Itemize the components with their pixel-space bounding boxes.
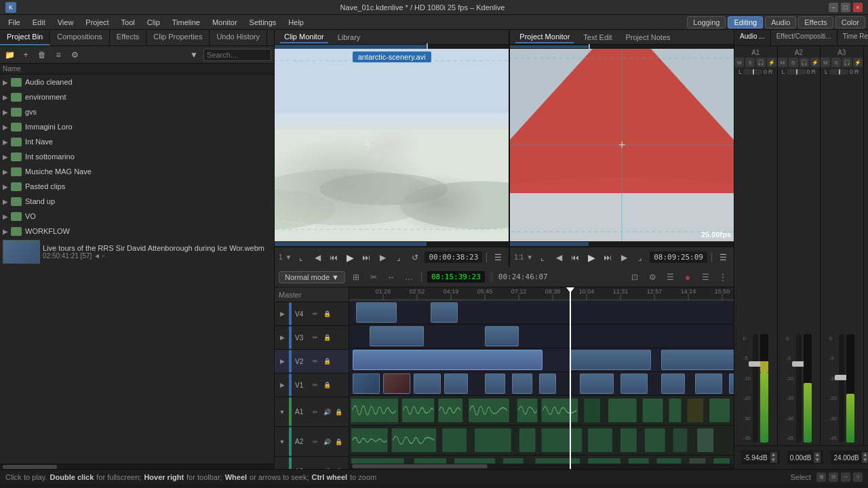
track-expand-a3[interactable]: ▼ bbox=[277, 467, 287, 470]
menu-clip[interactable]: Clip bbox=[142, 17, 165, 28]
track-lock-v4[interactable]: 🔒 bbox=[322, 309, 332, 319]
tab-project-notes[interactable]: Project Notes bbox=[622, 32, 675, 43]
headphone-a2[interactable]: 🎧 bbox=[800, 58, 809, 67]
mode-audio[interactable]: Audio bbox=[765, 16, 796, 28]
clip-v2-1[interactable] bbox=[353, 350, 542, 370]
play-btn[interactable]: ▶ bbox=[343, 251, 357, 264]
bin-view-toggle[interactable]: ≡ bbox=[52, 48, 65, 62]
mute-a3[interactable]: M bbox=[821, 58, 830, 67]
in-point-btn[interactable]: ⌞ bbox=[294, 251, 308, 264]
bin-item-environment[interactable]: ▶ environment bbox=[0, 89, 274, 104]
status-btn2[interactable]: ⊟ bbox=[829, 472, 838, 482]
clip-monitor-view[interactable]: antarctic-scenery.avi + bbox=[275, 49, 509, 241]
solo-a2[interactable]: S bbox=[789, 58, 798, 67]
playhead[interactable] bbox=[570, 287, 571, 469]
solo-a3[interactable]: S bbox=[831, 58, 841, 67]
menu-edit[interactable]: Edit bbox=[27, 17, 51, 28]
search-input[interactable] bbox=[203, 49, 271, 61]
close-button[interactable]: × bbox=[853, 3, 863, 12]
proj-ff-btn[interactable]: ⏭ bbox=[601, 251, 614, 264]
proj-in-btn[interactable]: ⌞ bbox=[536, 251, 549, 264]
bin-item-int-nave[interactable]: ▶ Int Nave bbox=[0, 134, 274, 149]
timeline-mode-selector[interactable]: Normal mode ▼ bbox=[279, 271, 345, 283]
expand-icon[interactable]: ▶ bbox=[3, 138, 11, 146]
bin-item-immagini[interactable]: ▶ Immagini Loro bbox=[0, 119, 274, 134]
bin-item-vo[interactable]: ▶ VO bbox=[0, 209, 274, 224]
next-frame-btn[interactable]: ▶ bbox=[376, 251, 389, 264]
bin-item-pasted[interactable]: ▶ Pasted clips bbox=[0, 179, 274, 194]
tl-more-btn[interactable]: … bbox=[402, 270, 416, 284]
track-edit-v1[interactable]: ✏ bbox=[311, 380, 320, 390]
tl-snap-btn[interactable]: ⊞ bbox=[349, 270, 363, 284]
mode-editing[interactable]: Editing bbox=[728, 16, 763, 28]
track-a1[interactable] bbox=[349, 396, 734, 426]
menu-view[interactable]: View bbox=[52, 17, 79, 28]
pan-knob-a1[interactable] bbox=[743, 69, 762, 75]
tab-undo-history[interactable]: Undo History bbox=[210, 30, 267, 45]
tab-project-bin[interactable]: Project Bin bbox=[0, 30, 50, 45]
clip-v1-6[interactable] bbox=[512, 373, 532, 394]
spin-dn-1[interactable]: ▼ bbox=[770, 458, 777, 463]
proj-rewind-btn[interactable]: ⏮ bbox=[568, 251, 582, 264]
mute-a1[interactable]: M bbox=[734, 58, 744, 67]
clip-v2-2[interactable] bbox=[570, 350, 651, 370]
ff-btn[interactable]: ⏭ bbox=[359, 251, 373, 264]
track-mute-a2[interactable]: 🔊 bbox=[322, 437, 332, 447]
bin-item-musiche[interactable]: ▶ Musiche MAG Nave bbox=[0, 164, 274, 179]
track-mute-v1[interactable]: 🔒 bbox=[322, 380, 332, 390]
menu-project[interactable]: Project bbox=[80, 17, 114, 28]
track-mute-a1[interactable]: 🔊 bbox=[322, 407, 332, 417]
timeline-ruler[interactable]: 01:26 02:52 04:19 05:45 07:12 08:38 bbox=[349, 287, 734, 301]
effect-a1[interactable]: ⚡ bbox=[767, 58, 776, 67]
rewind-btn[interactable]: ⏮ bbox=[327, 251, 340, 264]
tl-chapters-btn[interactable]: ☰ bbox=[663, 270, 677, 284]
spin-dn-3[interactable]: ▼ bbox=[862, 458, 868, 463]
clip-v4-1[interactable] bbox=[356, 302, 397, 323]
track-v1[interactable] bbox=[349, 372, 734, 396]
clip-v1-2[interactable] bbox=[383, 373, 410, 394]
solo-a1[interactable]: S bbox=[745, 58, 755, 67]
track-edit-a3[interactable]: ✏ bbox=[311, 467, 320, 470]
minimize-button[interactable]: – bbox=[829, 3, 838, 12]
effect-a2[interactable]: ⚡ bbox=[810, 58, 820, 67]
status-btn3[interactable]: ↔ bbox=[841, 472, 850, 482]
menu-timeline[interactable]: Timeline bbox=[167, 17, 205, 28]
record-btn[interactable]: ● bbox=[681, 270, 694, 284]
track-edit-a2[interactable]: ✏ bbox=[311, 437, 320, 447]
track-lock-v3[interactable]: 🔒 bbox=[322, 333, 332, 342]
expand-icon[interactable]: ▶ bbox=[3, 79, 11, 86]
proj-menu-btn[interactable]: ☰ bbox=[716, 251, 730, 264]
track-expand-a1[interactable]: ▼ bbox=[277, 407, 287, 417]
expand-icon[interactable]: ▶ bbox=[3, 198, 11, 205]
tab-clip-properties[interactable]: Clip Properties bbox=[146, 30, 210, 45]
track-expand-v3[interactable]: ▶ bbox=[277, 333, 287, 342]
clip-v3-2[interactable] bbox=[485, 326, 519, 346]
track-v3[interactable] bbox=[349, 325, 734, 348]
headphone-a3[interactable]: 🎧 bbox=[842, 58, 852, 67]
tab-library[interactable]: Library bbox=[334, 32, 365, 43]
clip-v1-12[interactable] bbox=[729, 373, 734, 394]
clip-v1-9[interactable] bbox=[620, 373, 648, 394]
menu-monitor[interactable]: Monitor bbox=[207, 17, 243, 28]
bin-settings[interactable]: ⚙ bbox=[68, 48, 81, 62]
clip-v1-1[interactable] bbox=[353, 373, 380, 394]
clip-v1-4[interactable] bbox=[444, 373, 468, 394]
proj-play-btn[interactable]: ▶ bbox=[585, 251, 598, 264]
expand-icon[interactable]: ▶ bbox=[3, 153, 11, 161]
track-expand-v4[interactable]: ▶ bbox=[277, 309, 287, 319]
tl-settings-btn[interactable]: ⚙ bbox=[646, 270, 659, 284]
clip-v1-7[interactable] bbox=[539, 373, 556, 394]
clip-v1-10[interactable] bbox=[661, 373, 685, 394]
bin-item-workflow[interactable]: ▶ WORKFLOW bbox=[0, 224, 274, 239]
proj-out-btn[interactable]: ⌟ bbox=[633, 251, 647, 264]
mixer-spin1[interactable]: ▲ ▼ bbox=[770, 452, 777, 463]
mixer-spin3[interactable]: ▲ ▼ bbox=[862, 452, 868, 463]
bin-clip-item[interactable]: Live tours of the RRS Sir David Attenbor… bbox=[0, 239, 274, 265]
fader-a2[interactable] bbox=[796, 334, 802, 443]
timeline-tracks[interactable]: 01:26 02:52 04:19 05:45 07:12 08:38 bbox=[349, 287, 734, 469]
mute-a2[interactable]: M bbox=[778, 58, 787, 67]
track-edit-v2[interactable]: ✏ bbox=[311, 357, 320, 366]
track-edit-v3[interactable]: ✏ bbox=[311, 333, 320, 342]
menu-help[interactable]: Help bbox=[283, 17, 309, 28]
bin-add-clip[interactable]: + bbox=[19, 48, 33, 62]
